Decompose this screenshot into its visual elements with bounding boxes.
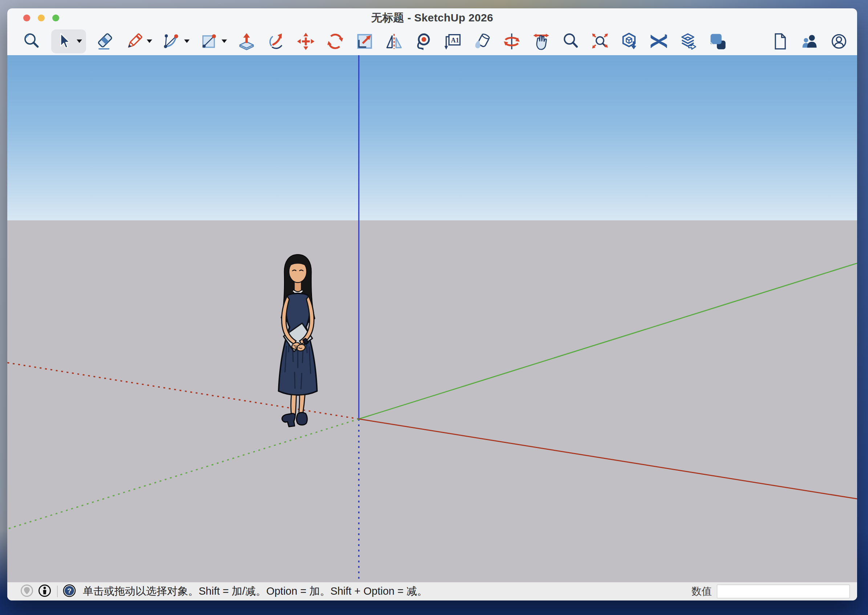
measurement-label: 数值 (691, 584, 712, 598)
window-title: 无标题 - SketchUp 2026 (371, 11, 493, 25)
measurement-input[interactable] (717, 584, 850, 598)
status-divider (57, 585, 58, 597)
zoom-extents-icon (591, 32, 609, 51)
pencil-tool[interactable] (125, 30, 153, 53)
rectangle-icon (199, 32, 218, 51)
search-icon (22, 32, 41, 51)
orbit-icon (502, 32, 521, 51)
zoom-icon (561, 32, 580, 51)
move-icon (296, 32, 315, 51)
pencil-icon (125, 32, 144, 51)
account-icon (829, 32, 848, 51)
push-pull-icon (238, 32, 256, 51)
extension-warehouse-icon (649, 32, 668, 51)
select-icon (55, 32, 74, 51)
push-pull-tool[interactable] (237, 30, 257, 53)
paint-bucket-icon (473, 32, 492, 51)
model-viewport[interactable] (7, 55, 857, 582)
search-tool[interactable] (22, 30, 42, 53)
share-people-icon (800, 32, 819, 51)
instructor-icon (38, 584, 51, 597)
green-axis-dotted (7, 419, 359, 529)
send-to-layout-icon (679, 32, 698, 51)
figure-right-shoe (297, 412, 307, 425)
rotate-tool[interactable] (325, 30, 346, 53)
close-button[interactable] (23, 14, 30, 22)
follow-me-icon (267, 32, 286, 51)
follow-me-tool[interactable] (266, 30, 286, 53)
flip-icon (385, 32, 404, 51)
toolbar: A1 (7, 27, 857, 55)
geolocation-icon (20, 584, 33, 597)
share-people-button[interactable] (799, 30, 820, 53)
figure-right-leg (299, 395, 305, 414)
chevron-down-icon (183, 39, 190, 44)
geolocation-status-button[interactable] (20, 584, 38, 599)
instructor-status-button[interactable] (38, 584, 56, 599)
chevron-down-icon (146, 39, 153, 44)
status-hint: 单击或拖动以选择对象。Shift = 加/减。Option = 加。Shift … (83, 584, 427, 599)
eraser-icon (96, 32, 115, 51)
orbit-tool[interactable] (502, 30, 522, 53)
traffic-lights (23, 8, 59, 27)
zoom-button[interactable] (52, 14, 59, 22)
chat-tool[interactable] (707, 30, 728, 53)
measurement-area: 数值 (691, 584, 850, 598)
figure-left-leg (291, 395, 296, 415)
zoom-tool[interactable] (560, 30, 581, 53)
send-to-layout-tool[interactable] (678, 30, 698, 53)
dimension-text-tool[interactable]: A1 (443, 30, 463, 53)
eraser-tool[interactable] (95, 30, 116, 53)
arc-tool[interactable] (162, 30, 190, 53)
new-document-button[interactable] (770, 30, 790, 53)
pan-tool[interactable] (531, 30, 551, 53)
status-bar: ? 单击或拖动以选择对象。Shift = 加/减。Option = 加。Shif… (7, 582, 857, 601)
rotate-icon (326, 32, 345, 51)
tape-measure-icon (414, 32, 433, 51)
paint-bucket-tool[interactable] (472, 30, 493, 53)
pan-icon (532, 32, 551, 51)
scale-figure-person[interactable] (262, 251, 333, 432)
title-bar: 无标题 - SketchUp 2026 (7, 8, 857, 27)
svg-text:A1: A1 (451, 37, 460, 44)
scale-tool[interactable] (355, 30, 375, 53)
sketchup-window: 无标题 - SketchUp 2026 (7, 8, 857, 601)
move-tool[interactable] (296, 30, 316, 53)
red-axis (359, 419, 857, 499)
help-status-button[interactable]: ? (63, 584, 81, 599)
scale-icon (355, 32, 374, 51)
figure-left-shoe (282, 414, 295, 426)
rectangle-tool[interactable] (199, 30, 228, 53)
chat-icon (708, 32, 727, 51)
green-axis (359, 263, 857, 419)
zoom-extents-tool[interactable] (590, 30, 610, 53)
tape-measure-tool[interactable] (413, 30, 434, 53)
3d-warehouse-icon (620, 32, 639, 51)
flip-tool[interactable] (384, 30, 404, 53)
chevron-down-icon (76, 39, 83, 44)
new-document-icon (771, 32, 790, 51)
select-tool[interactable] (51, 30, 86, 53)
account-button[interactable] (829, 30, 849, 53)
extension-warehouse-tool[interactable] (649, 30, 669, 53)
arc-icon (162, 32, 181, 51)
dimension-text-icon: A1 (443, 32, 462, 51)
minimize-button[interactable] (38, 14, 45, 22)
3d-warehouse-tool[interactable] (619, 30, 640, 53)
chevron-down-icon (221, 39, 228, 44)
svg-text:?: ? (67, 587, 72, 595)
help-icon: ? (63, 584, 76, 597)
drawing-axes (7, 55, 857, 582)
